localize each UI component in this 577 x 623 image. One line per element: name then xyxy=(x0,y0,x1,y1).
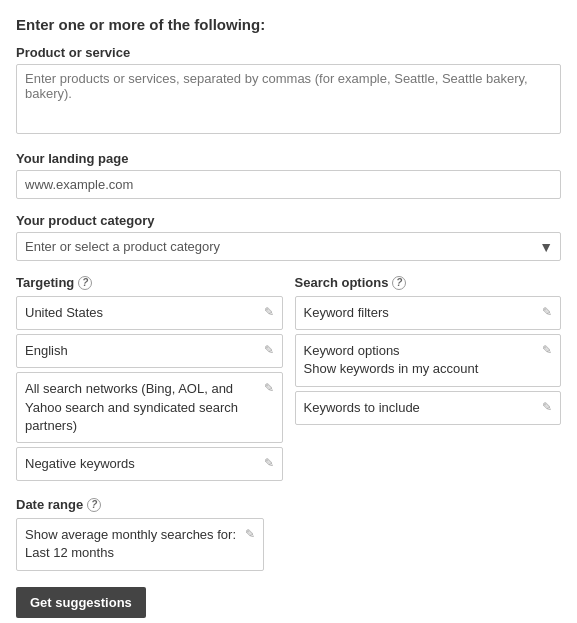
targeting-negative-keywords-text: Negative keywords xyxy=(25,455,258,473)
landing-page-input[interactable] xyxy=(16,170,561,199)
product-category-section: Your product category Enter or select a … xyxy=(16,213,561,261)
page-title: Enter one or more of the following: xyxy=(16,16,561,33)
search-option-keyword-options[interactable]: Keyword optionsShow keywords in my accou… xyxy=(295,334,562,386)
targeting-help-icon[interactable]: ? xyxy=(78,276,92,290)
keyword-filters-text: Keyword filters xyxy=(304,304,537,322)
targeting-column: Targeting ? United States ✎ English ✎ Al… xyxy=(16,275,283,485)
targeting-language-text: English xyxy=(25,342,258,360)
search-options-help-icon[interactable]: ? xyxy=(392,276,406,290)
edit-icon-keywords-to-include: ✎ xyxy=(542,400,552,414)
targeting-header: Targeting ? xyxy=(16,275,283,290)
date-range-section: Date range ? Show average monthly search… xyxy=(16,497,561,570)
targeting-item-negative-keywords[interactable]: Negative keywords ✎ xyxy=(16,447,283,481)
targeting-location-text: United States xyxy=(25,304,258,322)
date-range-text: Show average monthly searches for: Last … xyxy=(25,526,239,562)
product-category-wrapper: Enter or select a product category ▼ xyxy=(16,232,561,261)
product-service-label: Product or service xyxy=(16,45,561,60)
targeting-item-language[interactable]: English ✎ xyxy=(16,334,283,368)
date-range-header: Date range ? xyxy=(16,497,561,512)
product-category-select[interactable]: Enter or select a product category xyxy=(16,232,561,261)
targeting-networks-text: All search networks (Bing, AOL, and Yaho… xyxy=(25,380,258,435)
search-option-keywords-to-include[interactable]: Keywords to include ✎ xyxy=(295,391,562,425)
landing-page-section: Your landing page xyxy=(16,151,561,199)
edit-icon-keyword-options: ✎ xyxy=(542,343,552,357)
date-range-label: Date range xyxy=(16,497,83,512)
edit-icon-location: ✎ xyxy=(264,305,274,319)
keyword-options-text: Keyword optionsShow keywords in my accou… xyxy=(304,342,537,378)
edit-icon-language: ✎ xyxy=(264,343,274,357)
edit-icon-date-range: ✎ xyxy=(245,527,255,541)
targeting-search-columns: Targeting ? United States ✎ English ✎ Al… xyxy=(16,275,561,485)
edit-icon-keyword-filters: ✎ xyxy=(542,305,552,319)
search-options-header: Search options ? xyxy=(295,275,562,290)
targeting-item-location[interactable]: United States ✎ xyxy=(16,296,283,330)
get-suggestions-button[interactable]: Get suggestions xyxy=(16,587,146,618)
search-options-label: Search options xyxy=(295,275,389,290)
date-range-item[interactable]: Show average monthly searches for: Last … xyxy=(16,518,264,570)
date-range-help-icon[interactable]: ? xyxy=(87,498,101,512)
product-category-label: Your product category xyxy=(16,213,561,228)
edit-icon-negative-keywords: ✎ xyxy=(264,456,274,470)
targeting-item-networks[interactable]: All search networks (Bing, AOL, and Yaho… xyxy=(16,372,283,443)
product-service-section: Product or service xyxy=(16,45,561,137)
search-options-column: Search options ? Keyword filters ✎ Keywo… xyxy=(295,275,562,485)
targeting-label: Targeting xyxy=(16,275,74,290)
search-option-keyword-filters[interactable]: Keyword filters ✎ xyxy=(295,296,562,330)
keywords-to-include-text: Keywords to include xyxy=(304,399,537,417)
edit-icon-networks: ✎ xyxy=(264,381,274,395)
landing-page-label: Your landing page xyxy=(16,151,561,166)
product-service-input[interactable] xyxy=(16,64,561,134)
